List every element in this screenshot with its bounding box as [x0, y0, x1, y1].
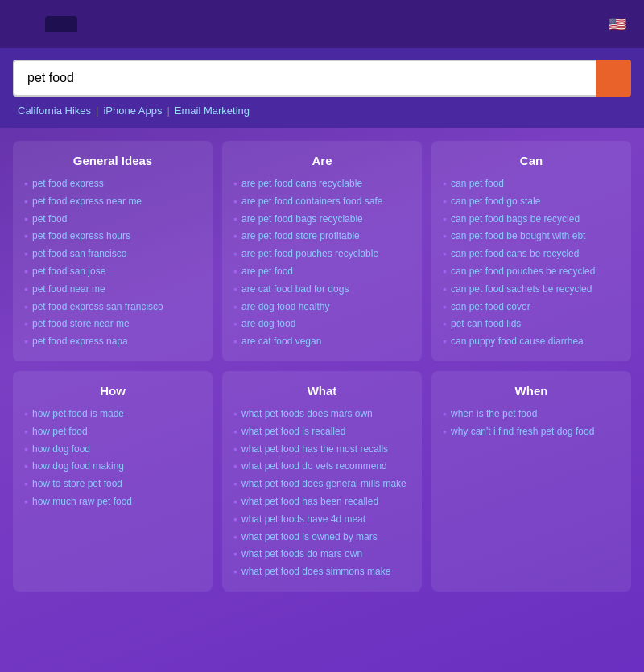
link-4-0[interactable]: what pet foods does mars own [242, 407, 373, 421]
card-title-4: What [233, 384, 411, 398]
link-0-8[interactable]: pet food store near me [32, 317, 130, 331]
bullet-icon: ▪ [443, 229, 447, 243]
link-0-1[interactable]: pet food express near me [32, 195, 142, 208]
link-1-6[interactable]: are cat food bad for dogs [242, 282, 349, 296]
list-item: ▪pet food express [24, 177, 201, 191]
example-iphone-apps[interactable]: iPhone Apps [103, 105, 162, 117]
list-item: ▪what pet food is recalled [233, 425, 411, 439]
link-4-2[interactable]: what pet food has the most recalls [242, 443, 388, 456]
link-2-0[interactable]: can pet food [451, 177, 504, 191]
bullet-icon: ▪ [233, 530, 237, 544]
link-2-5[interactable]: can pet food pouches be recycled [451, 265, 595, 278]
link-1-5[interactable]: are pet food [242, 265, 293, 278]
link-3-5[interactable]: how much raw pet food [32, 495, 132, 509]
link-1-1[interactable]: are pet food containers food safe [242, 195, 382, 208]
bullet-icon: ▪ [443, 195, 447, 208]
link-2-8[interactable]: pet can food lids [451, 317, 521, 331]
flag-icon: 🇺🇸 [609, 15, 626, 33]
bullet-icon: ▪ [443, 265, 447, 278]
list-item: ▪how pet food is made [24, 407, 201, 421]
link-3-4[interactable]: how to store pet food [32, 477, 122, 491]
bullet-icon: ▪ [24, 229, 28, 243]
link-0-5[interactable]: pet food san jose [32, 265, 105, 278]
bullet-icon: ▪ [443, 335, 447, 348]
list-item: ▪what pet food has the most recalls [233, 443, 411, 456]
bullet-icon: ▪ [24, 407, 28, 421]
bullet-icon: ▪ [24, 177, 28, 191]
link-5-1[interactable]: why can't i find fresh pet dog food [451, 425, 594, 439]
link-5-0[interactable]: when is the pet food [451, 407, 537, 421]
link-2-3[interactable]: can pet food be bought with ebt [451, 229, 585, 243]
card-what: What▪what pet foods does mars own▪what p… [222, 371, 422, 592]
link-0-3[interactable]: pet food express hours [32, 229, 130, 243]
link-2-4[interactable]: can pet food cans be recycled [451, 247, 579, 261]
link-1-7[interactable]: are dog food healthy [242, 300, 329, 314]
list-item: ▪can pet food [443, 177, 620, 191]
example-email-marketing[interactable]: Email Marketing [175, 105, 250, 117]
link-4-4[interactable]: what pet food does general mills make [242, 477, 407, 491]
link-1-3[interactable]: are pet food store profitable [242, 229, 360, 243]
bullet-icon: ▪ [24, 247, 28, 261]
link-1-9[interactable]: are cat food vegan [242, 335, 321, 348]
link-0-2[interactable]: pet food [32, 212, 67, 226]
list-item: ▪are dog food [233, 317, 411, 331]
link-0-4[interactable]: pet food san francisco [32, 247, 126, 261]
link-2-1[interactable]: can pet food go stale [451, 195, 540, 208]
link-1-4[interactable]: are pet food pouches recyclable [242, 247, 378, 261]
submit-button[interactable] [596, 60, 631, 97]
link-4-7[interactable]: what pet food is owned by mars [242, 530, 378, 544]
card-list-5: ▪when is the pet food▪why can't i find f… [443, 407, 620, 439]
bullet-icon: ▪ [443, 247, 447, 261]
link-0-0[interactable]: pet food express [32, 177, 104, 191]
link-1-8[interactable]: are dog food [242, 317, 295, 331]
list-item: ▪how dog food [24, 443, 201, 456]
examples-row: California Hikes | iPhone Apps | Email M… [13, 105, 631, 117]
list-item: ▪pet can food lids [443, 317, 620, 331]
tab-ideas[interactable] [45, 16, 77, 32]
list-item: ▪when is the pet food [443, 407, 620, 421]
search-input[interactable] [13, 60, 596, 97]
bullet-icon: ▪ [24, 212, 28, 226]
list-item: ▪pet food express san francisco [24, 300, 201, 314]
link-3-3[interactable]: how dog food making [32, 460, 124, 473]
bullet-icon: ▪ [24, 282, 28, 296]
bullet-icon: ▪ [24, 300, 28, 314]
list-item: ▪are pet food pouches recyclable [233, 247, 411, 261]
link-2-9[interactable]: can puppy food cause diarrhea [451, 335, 584, 348]
list-item: ▪pet food express hours [24, 229, 201, 243]
link-2-7[interactable]: can pet food cover [451, 300, 530, 314]
list-item: ▪can pet food go stale [443, 195, 620, 208]
link-0-9[interactable]: pet food express napa [32, 335, 128, 348]
list-item: ▪what pet food does general mills make [233, 477, 411, 491]
link-0-7[interactable]: pet food express san francisco [32, 300, 163, 314]
example-california-hikes[interactable]: California Hikes [18, 105, 91, 117]
tab-explorer[interactable] [13, 16, 45, 32]
bullet-icon: ▪ [233, 195, 237, 208]
link-1-2[interactable]: are pet food bags recyclable [242, 212, 363, 226]
list-item: ▪pet food near me [24, 282, 201, 296]
link-4-5[interactable]: what pet food has been recalled [242, 495, 378, 509]
link-1-0[interactable]: are pet food cans recyclable [242, 177, 362, 191]
link-4-3[interactable]: what pet food do vets recommend [242, 460, 387, 473]
bullet-icon: ▪ [24, 195, 28, 208]
list-item: ▪pet food san francisco [24, 247, 201, 261]
list-item: ▪how much raw pet food [24, 495, 201, 509]
link-4-6[interactable]: what pet foods have 4d meat [242, 513, 365, 526]
list-item: ▪pet food store near me [24, 317, 201, 331]
link-4-1[interactable]: what pet food is recalled [242, 425, 345, 439]
link-3-1[interactable]: how pet food [32, 425, 88, 439]
card-title-5: When [443, 384, 620, 398]
link-4-8[interactable]: what pet foods do mars own [242, 547, 362, 561]
link-3-2[interactable]: how dog food [32, 443, 90, 456]
list-item: ▪are pet food bags recyclable [233, 212, 411, 226]
bullet-icon: ▪ [443, 407, 447, 421]
list-item: ▪pet food express napa [24, 335, 201, 348]
search-row [13, 60, 631, 97]
link-3-0[interactable]: how pet food is made [32, 407, 124, 421]
locale-button[interactable]: 🇺🇸 [609, 15, 631, 33]
link-0-6[interactable]: pet food near me [32, 282, 105, 296]
link-4-9[interactable]: what pet food does simmons make [242, 565, 390, 579]
list-item: ▪what pet food has been recalled [233, 495, 411, 509]
link-2-6[interactable]: can pet food sachets be recycled [451, 282, 592, 296]
link-2-2[interactable]: can pet food bags be recycled [451, 212, 580, 226]
